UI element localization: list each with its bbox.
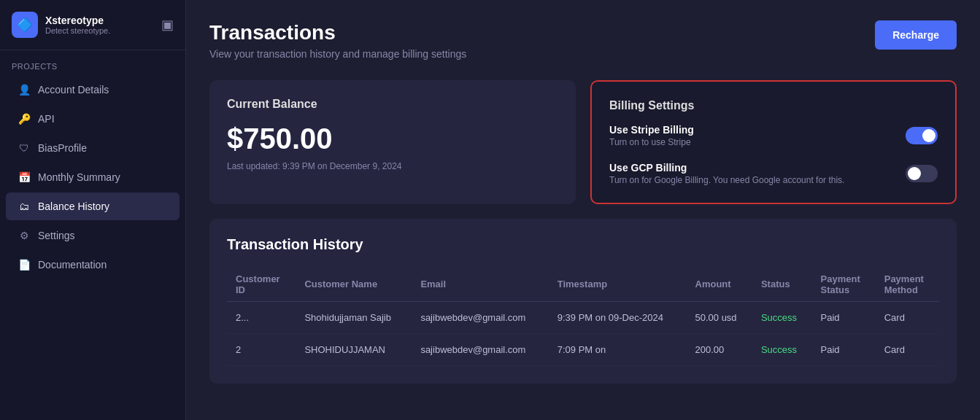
balance-updated: Last updated: 9:39 PM on December 9, 202… bbox=[227, 161, 558, 171]
stripe-toggle-knob bbox=[922, 129, 935, 142]
col-customer-name: Customer Name bbox=[296, 268, 412, 302]
cell-payment-method: Card bbox=[876, 301, 939, 333]
sidebar: 🔷 Xstereotype Detect stereotype. ▣ Proje… bbox=[0, 0, 186, 420]
cell-amount: 200.00 bbox=[687, 333, 752, 365]
stripe-billing-desc: Turn on to use Stripe bbox=[609, 137, 694, 147]
stripe-billing-info: Use Stripe Billing Turn on to use Stripe bbox=[609, 124, 694, 147]
balance-amount: $750.00 bbox=[227, 122, 558, 155]
sidebar-item-label: Balance History bbox=[38, 201, 109, 212]
history-icon: 🗂 bbox=[18, 200, 31, 213]
transaction-table: CustomerID Customer Name Email Timestamp… bbox=[227, 268, 939, 366]
cell-customer-name: Shohidujjaman Sajib bbox=[296, 301, 412, 333]
app-info: Xstereotype Detect stereotype. bbox=[45, 15, 110, 35]
cell-payment-status: Paid bbox=[812, 301, 876, 333]
page-header: Transactions View your transaction histo… bbox=[209, 20, 957, 60]
cell-customer-name: SHOHIDUJJAMAN bbox=[296, 333, 412, 365]
sidebar-item-label: Account Details bbox=[38, 84, 109, 96]
page-title: Transactions bbox=[209, 20, 466, 45]
cell-payment-status: Paid bbox=[812, 333, 876, 365]
col-customer-id: CustomerID bbox=[227, 268, 296, 302]
page-subtitle: View your transaction history and manage… bbox=[209, 48, 466, 60]
sidebar-item-settings[interactable]: ⚙ Settings bbox=[6, 222, 180, 249]
cell-amount: 50.00 usd bbox=[687, 301, 752, 333]
col-status: Status bbox=[752, 268, 812, 302]
balance-card-title: Current Balance bbox=[227, 98, 558, 111]
app-tagline: Detect stereotype. bbox=[45, 26, 110, 35]
transaction-history-card: Transaction History CustomerID Customer … bbox=[209, 219, 957, 384]
sidebar-item-label: API bbox=[38, 113, 55, 125]
user-icon: 👤 bbox=[18, 83, 31, 96]
col-payment-method: PaymentMethod bbox=[876, 268, 939, 302]
logo-icon: 🔷 bbox=[17, 17, 33, 33]
cell-customer-id: 2... bbox=[227, 301, 296, 333]
shield-icon: 🛡 bbox=[18, 141, 31, 155]
gear-icon: ⚙ bbox=[18, 229, 31, 242]
table-row: 2 SHOHIDUJJAMAN sajibwebdev@gmail.com 7:… bbox=[227, 333, 939, 365]
cell-timestamp: 9:39 PM on 09-Dec-2024 bbox=[549, 301, 687, 333]
sidebar-item-balance-history[interactable]: 🗂 Balance History bbox=[6, 192, 180, 220]
cell-payment-method: Card bbox=[876, 333, 939, 365]
sidebar-toggle-icon: ▣ bbox=[161, 18, 174, 32]
app-logo: 🔷 bbox=[12, 12, 38, 38]
cell-email: sajibwebdev@gmail.com bbox=[412, 333, 548, 365]
sidebar-item-label: Documentation bbox=[38, 259, 107, 271]
sidebar-header: 🔷 Xstereotype Detect stereotype. ▣ bbox=[0, 0, 185, 50]
sidebar-item-label: Monthly Summary bbox=[38, 171, 120, 183]
gcp-billing-desc: Turn on for Google Billing. You need Goo… bbox=[609, 175, 844, 185]
sidebar-item-monthly-summary[interactable]: 📅 Monthly Summary bbox=[6, 163, 180, 191]
stripe-billing-title: Use Stripe Billing bbox=[609, 124, 694, 136]
sidebar-item-documentation[interactable]: 📄 Documentation bbox=[6, 251, 180, 279]
page-title-group: Transactions View your transaction histo… bbox=[209, 20, 466, 60]
document-icon: 📄 bbox=[18, 258, 31, 271]
cell-email: sajibwebdev@gmail.com bbox=[412, 301, 548, 333]
col-payment-status: PaymentStatus bbox=[812, 268, 876, 302]
gcp-billing-info: Use GCP Billing Turn on for Google Billi… bbox=[609, 162, 844, 185]
cards-row: Current Balance $750.00 Last updated: 9:… bbox=[209, 80, 957, 204]
gcp-billing-row: Use GCP Billing Turn on for Google Billi… bbox=[609, 162, 938, 185]
sidebar-item-bias-profile[interactable]: 🛡 BiasProfile bbox=[6, 134, 180, 162]
col-timestamp: Timestamp bbox=[549, 268, 687, 302]
sidebar-item-api[interactable]: 🔑 API bbox=[6, 105, 180, 133]
balance-card: Current Balance $750.00 Last updated: 9:… bbox=[209, 80, 576, 204]
gcp-toggle-knob bbox=[908, 167, 921, 180]
projects-label: Projects bbox=[0, 50, 185, 75]
col-email: Email bbox=[412, 268, 548, 302]
table-header-row: CustomerID Customer Name Email Timestamp… bbox=[227, 268, 939, 302]
sidebar-item-account-details[interactable]: 👤 Account Details bbox=[6, 76, 180, 104]
billing-settings-card: Billing Settings Use Stripe Billing Turn… bbox=[590, 80, 957, 204]
sidebar-toggle-button[interactable]: ▣ bbox=[161, 17, 174, 33]
main-content: Transactions View your transaction histo… bbox=[186, 0, 980, 420]
calendar-icon: 📅 bbox=[18, 171, 31, 184]
sidebar-item-label: Settings bbox=[38, 230, 75, 241]
gcp-billing-title: Use GCP Billing bbox=[609, 162, 844, 174]
col-amount: Amount bbox=[687, 268, 752, 302]
table-row: 2... Shohidujjaman Sajib sajibwebdev@gma… bbox=[227, 301, 939, 333]
cell-timestamp: 7:09 PM on bbox=[549, 333, 687, 365]
billing-card-title: Billing Settings bbox=[609, 99, 938, 112]
cell-status: Success bbox=[752, 333, 812, 365]
gcp-billing-toggle[interactable] bbox=[906, 165, 938, 182]
key-icon: 🔑 bbox=[18, 112, 31, 125]
recharge-button[interactable]: Recharge bbox=[875, 20, 957, 50]
cell-customer-id: 2 bbox=[227, 333, 296, 365]
sidebar-item-label: BiasProfile bbox=[38, 142, 87, 154]
stripe-billing-row: Use Stripe Billing Turn on to use Stripe bbox=[609, 124, 938, 147]
cell-status: Success bbox=[752, 301, 812, 333]
app-name: Xstereotype bbox=[45, 15, 110, 26]
stripe-billing-toggle[interactable] bbox=[906, 127, 938, 144]
transaction-history-title: Transaction History bbox=[227, 236, 939, 253]
